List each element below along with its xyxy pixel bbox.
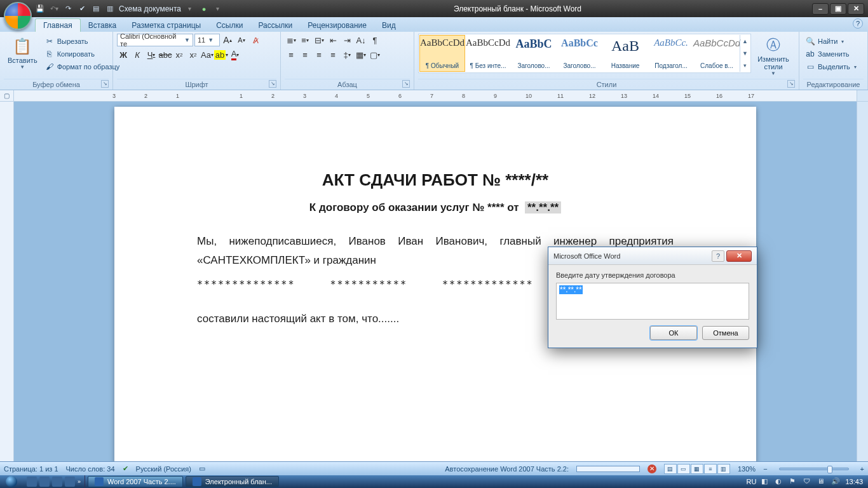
zoom-in-button[interactable]: + (860, 465, 864, 473)
shading-button[interactable]: ▦▾ (355, 48, 367, 61)
align-center-button[interactable]: ≡ (299, 48, 311, 61)
qat-check-icon[interactable]: ✔ (77, 4, 87, 14)
status-words[interactable]: Число слов: 34 (66, 465, 115, 473)
status-macro-icon[interactable]: ▭ (199, 464, 205, 473)
dialog-cancel-button[interactable]: Отмена (702, 326, 749, 340)
styles-launcher[interactable]: ↘ (787, 80, 795, 88)
maximize-button[interactable]: ▣ (830, 3, 846, 15)
save-icon[interactable]: 💾 (35, 4, 45, 14)
style-subtitle[interactable]: AaBbCc.Подзагол... (648, 35, 694, 72)
style-normal[interactable]: AaBbCcDd¶ Обычный (419, 35, 465, 72)
vertical-scrollbar[interactable] (857, 102, 868, 475)
line-spacing-button[interactable]: ‡▾ (341, 48, 353, 61)
qat-schema-label[interactable]: Схема документа (119, 4, 181, 13)
status-zoom[interactable]: 130% (738, 465, 756, 473)
undo-icon[interactable]: ↶▾ (49, 4, 59, 14)
status-proof-icon[interactable]: ✔ (123, 464, 128, 473)
ruler-toggle[interactable] (857, 90, 868, 101)
indent-inc-button[interactable]: ⇥ (341, 34, 353, 46)
font-launcher[interactable]: ↘ (269, 80, 276, 88)
tray-clock[interactable]: 13:43 (845, 478, 863, 485)
dialog-help-button[interactable]: ? (712, 250, 724, 262)
dialog-titlebar[interactable]: Microsoft Office Word ? ✕ (548, 247, 757, 265)
horizontal-ruler[interactable]: 321 123 456 789 101112 131415 1617 (14, 90, 857, 101)
ql-item-2[interactable] (39, 477, 50, 487)
highlight-button[interactable]: ab▾ (215, 48, 227, 61)
tray-icon-4[interactable]: 🛡 (803, 477, 812, 486)
font-name-combo[interactable]: Calibri (Основной те▼ (117, 34, 193, 46)
gallery-scroll[interactable]: ▲▼▾ (740, 35, 750, 72)
qat-more-icon[interactable]: ▾ (185, 4, 195, 14)
style-nospacing[interactable]: AaBbCcDd¶ Без инте... (465, 35, 511, 72)
tray-icon-3[interactable]: ⚑ (789, 477, 798, 486)
tab-home[interactable]: Главная (35, 18, 81, 32)
view-draft[interactable]: ▥ (717, 464, 730, 474)
close-button[interactable]: ✕ (848, 3, 864, 15)
view-full-screen[interactable]: ▭ (677, 464, 690, 474)
bullets-button[interactable]: ≣▾ (285, 34, 297, 46)
dialog-input[interactable]: **.**.** (556, 283, 749, 320)
tab-layout[interactable]: Разметка страницы (124, 19, 208, 32)
font-size-combo[interactable]: 11▼ (194, 34, 220, 46)
ruler-corner[interactable]: ▢ (0, 90, 14, 101)
autosave-cancel[interactable]: ✕ (648, 464, 656, 473)
show-marks-button[interactable]: ¶ (369, 34, 381, 46)
ql-item-4[interactable] (65, 477, 75, 487)
tray-lang[interactable]: RU (747, 478, 757, 485)
task-word-doc-2[interactable]: Электронный блан... (186, 476, 279, 487)
style-heading2[interactable]: AaBbCcЗаголово... (557, 35, 602, 72)
borders-button[interactable]: ▢▾ (369, 48, 381, 61)
subscript-button[interactable]: x2 (173, 48, 186, 61)
italic-button[interactable]: К (131, 48, 144, 61)
change-case-button[interactable]: Aa▾ (201, 48, 214, 61)
view-outline[interactable]: ≡ (704, 464, 717, 474)
strike-button[interactable]: abc (159, 48, 172, 61)
tray-icon-2[interactable]: ◐ (775, 477, 784, 486)
format-painter-button[interactable]: 🖌Формат по образцу (43, 61, 122, 72)
tab-references[interactable]: Ссылки (208, 19, 250, 32)
zoom-slider[interactable] (779, 468, 849, 470)
tray-icon-5[interactable]: 🖥 (817, 477, 826, 486)
superscript-button[interactable]: x2 (187, 48, 200, 61)
qat-customize-icon[interactable]: ▾ (213, 4, 223, 14)
sort-button[interactable]: A↓ (355, 34, 367, 46)
qat-orb-icon[interactable]: ● (199, 4, 209, 14)
status-page[interactable]: Страница: 1 из 1 (4, 465, 58, 473)
bold-button[interactable]: Ж (117, 48, 130, 61)
qat-doc2-icon[interactable]: ▥ (105, 4, 115, 14)
paste-button[interactable]: 📋 Вставить ▼ (4, 34, 41, 72)
task-word-doc-1[interactable]: Word 2007 Часть 2.... (88, 476, 183, 487)
tray-volume-icon[interactable]: 🔊 (831, 477, 840, 486)
clear-format-button[interactable]: A̷ (249, 34, 262, 46)
minimize-button[interactable]: – (812, 3, 829, 15)
office-button[interactable] (4, 2, 32, 30)
align-left-button[interactable]: ≡ (285, 48, 297, 61)
grow-font-button[interactable]: A▴ (221, 34, 234, 46)
tab-view[interactable]: Вид (374, 19, 403, 32)
shrink-font-button[interactable]: A▾ (235, 34, 248, 46)
clipboard-launcher[interactable]: ↘ (101, 80, 109, 88)
copy-button[interactable]: ⎘Копировать (43, 48, 122, 60)
help-button[interactable]: ? (853, 18, 863, 29)
view-print-layout[interactable]: ▤ (664, 464, 677, 474)
justify-button[interactable]: ≡ (327, 48, 339, 61)
tab-review[interactable]: Рецензирование (300, 19, 374, 32)
style-title[interactable]: AaBНазвание (602, 35, 648, 72)
underline-button[interactable]: Ч▾ (145, 48, 158, 61)
vertical-ruler[interactable] (0, 102, 14, 475)
align-right-button[interactable]: ≡ (313, 48, 325, 61)
start-button[interactable] (0, 475, 23, 488)
dialog-ok-button[interactable]: ОК (650, 326, 697, 340)
dialog-close-button[interactable]: ✕ (726, 250, 752, 262)
paragraph-launcher[interactable]: ↘ (402, 80, 410, 88)
status-language[interactable]: Русский (Россия) (136, 465, 191, 473)
ql-item-1[interactable] (27, 477, 37, 487)
style-heading1[interactable]: AaBbCЗаголово... (511, 35, 557, 72)
multilevel-button[interactable]: ⊟▾ (313, 34, 325, 46)
redo-icon[interactable]: ↷ (63, 4, 73, 14)
numbering-button[interactable]: ≡▾ (299, 34, 311, 46)
select-button[interactable]: ▭Выделить▾ (803, 61, 864, 72)
qat-doc-icon[interactable]: ▤ (91, 4, 101, 14)
zoom-out-button[interactable]: − (763, 465, 767, 473)
cut-button[interactable]: ✂Вырезать (43, 36, 122, 47)
